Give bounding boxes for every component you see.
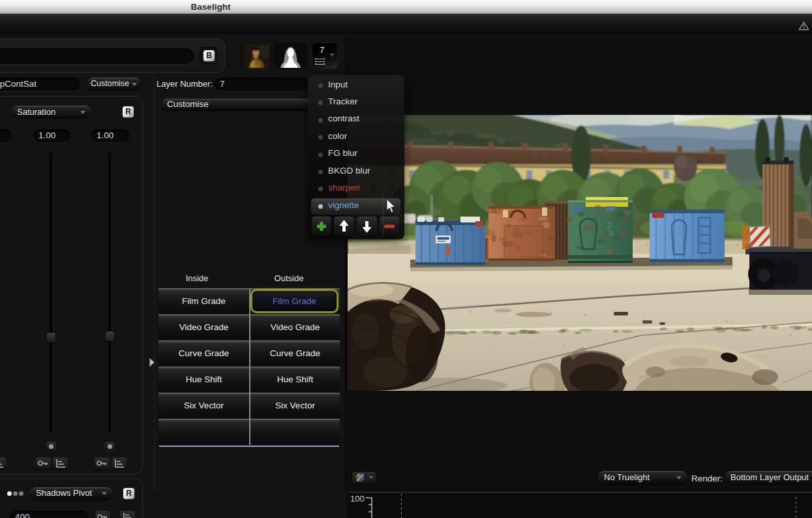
svg-text:7: 7 — [320, 45, 325, 55]
